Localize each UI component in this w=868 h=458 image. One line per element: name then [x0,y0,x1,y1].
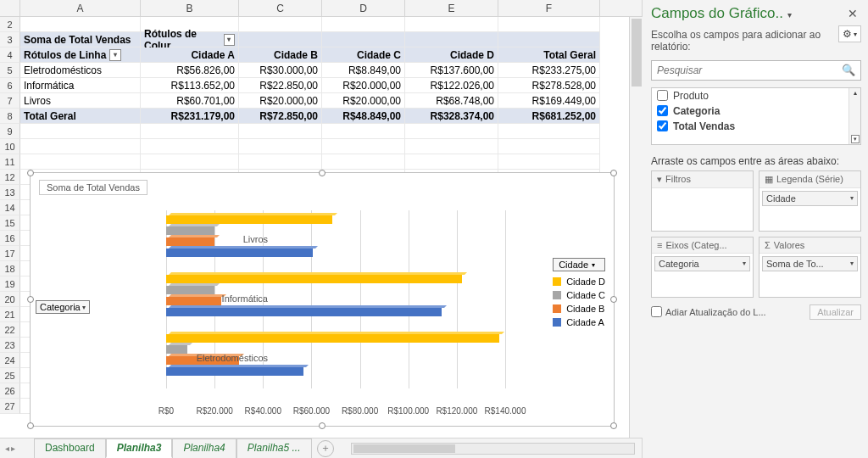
field-item[interactable]: Total Vendas [652,119,860,134]
row-num[interactable]: 4 [0,47,20,63]
sheet-tab[interactable]: Planilha3 [106,438,173,458]
legend-item[interactable]: Cidade A [553,317,605,327]
cell[interactable] [322,139,405,154]
bar[interactable] [166,367,303,376]
cell[interactable] [498,154,600,170]
cell[interactable] [20,154,141,170]
row-num[interactable]: 13 [0,185,20,200]
bar[interactable] [166,249,313,257]
chart-axis-button[interactable]: Categoria [36,300,90,314]
chart-title[interactable]: Soma de Total Vendas [39,180,147,195]
filter-dropdown-icon[interactable] [109,49,121,61]
pivot-col-label[interactable]: Rótulos de Colur [141,32,239,47]
col-header-D[interactable]: D [322,0,405,16]
cell[interactable] [498,139,600,154]
cell[interactable]: R$20.000,00 [322,93,405,109]
area-values[interactable]: ΣValores Soma de To... [759,237,861,298]
scrollbar-thumb[interactable] [632,19,642,87]
sheet-tab[interactable]: Planilha5 ... [236,438,312,458]
cell[interactable] [141,124,239,139]
cell[interactable] [239,124,322,139]
area-filters[interactable]: ▾Filtros [651,170,754,232]
row-num[interactable]: 9 [0,124,20,139]
col-header-F[interactable]: F [498,0,600,16]
sheet-tab[interactable]: Planilha4 [172,438,236,458]
resize-handle[interactable] [27,170,34,176]
cell[interactable]: R$169.449,00 [498,93,600,109]
cell[interactable]: R$48.849,00 [322,109,405,124]
cell[interactable]: R$278.528,00 [498,78,600,93]
bar[interactable] [166,275,462,283]
row-num[interactable]: 20 [0,292,20,307]
chart-legend-button[interactable]: Cidade [553,258,605,271]
area-item[interactable]: Soma de To... [762,256,858,271]
area-axis[interactable]: ≡Eixos (Categ... Categoria [651,237,754,298]
pivot-chart[interactable]: Soma de Total Vendas Categoria Cidade Ci… [30,172,615,427]
col-header-A[interactable]: A [20,0,141,16]
cell[interactable]: R$113.652,00 [141,78,239,93]
cell[interactable] [498,124,600,139]
panel-close-button[interactable]: ✕ [844,7,861,20]
pivot-corner[interactable]: Soma de Total Vendas [20,32,141,47]
cell[interactable]: R$8.849,00 [322,63,405,78]
cell[interactable] [239,154,322,170]
pivot-col-header[interactable]: Cidade C [322,47,405,63]
update-button[interactable]: Atualizar [810,304,861,320]
row-num[interactable]: 19 [0,276,20,292]
cell[interactable]: R$72.850,00 [239,109,322,124]
col-header-C[interactable]: C [239,0,322,16]
row-num[interactable]: 10 [0,139,20,154]
cell[interactable]: R$20.000,00 [322,78,405,93]
panel-options-button[interactable]: ⚙▾ [838,25,861,42]
horizontal-scrollbar[interactable] [351,443,636,455]
field-list-scrollbar[interactable]: ▴ ▾ [849,88,860,144]
row-num[interactable]: 11 [0,154,20,170]
pivot-row-label[interactable]: Rótulos de Linha [20,47,141,63]
resize-handle[interactable] [610,170,617,176]
field-checkbox[interactable] [657,120,668,131]
resize-handle[interactable] [319,422,326,429]
pivot-col-header[interactable]: Cidade B [239,47,322,63]
cell[interactable]: R$60.701,00 [141,93,239,109]
defer-update-checkbox[interactable]: Adiar Atualização do L... [651,306,766,317]
bar[interactable] [166,308,442,316]
filter-dropdown-icon[interactable] [224,34,235,46]
area-item[interactable]: Categoria [654,256,750,271]
cell[interactable]: R$137.600,00 [405,63,498,78]
cell[interactable]: R$68.748,00 [405,93,498,109]
sheet-tab[interactable]: Dashboard [34,438,106,458]
legend-item[interactable]: Cidade D [553,276,605,287]
legend-item[interactable]: Cidade B [553,304,605,314]
cell[interactable]: R$22.850,00 [239,78,322,93]
row-num[interactable]: 3 [0,32,20,47]
cell[interactable]: R$56.826,00 [141,63,239,78]
cell[interactable] [141,154,239,170]
cell[interactable]: R$30.000,00 [239,63,322,78]
row-num[interactable]: 26 [0,383,20,399]
row-num[interactable]: 15 [0,215,20,231]
vertical-scrollbar[interactable] [629,17,643,438]
cell[interactable] [20,124,141,139]
cell[interactable] [141,139,239,154]
pivot-col-header[interactable]: Cidade D [405,47,498,63]
pivot-col-header[interactable]: Cidade A [141,47,239,63]
cell[interactable]: Total Geral [20,109,141,124]
row-num[interactable]: 17 [0,246,20,261]
search-icon[interactable]: 🔍 [837,64,860,76]
scrollbar-thumb[interactable] [353,444,455,453]
field-checkbox[interactable] [657,90,668,101]
row-num[interactable]: 18 [0,261,20,276]
cell[interactable] [322,124,405,139]
field-item[interactable]: Produto [652,88,860,103]
cell[interactable]: R$233.275,00 [498,63,600,78]
cell[interactable]: Informática [20,78,141,93]
row-num[interactable]: 14 [0,200,20,215]
resize-handle[interactable] [319,170,326,176]
cell[interactable]: R$328.374,00 [405,109,498,124]
cell[interactable]: Livros [20,93,141,109]
chevron-down-icon[interactable]: ▾ [851,135,860,143]
select-all-corner[interactable] [0,0,20,16]
cell[interactable] [239,139,322,154]
col-header-B[interactable]: B [141,0,239,16]
row-num[interactable]: 16 [0,231,20,246]
